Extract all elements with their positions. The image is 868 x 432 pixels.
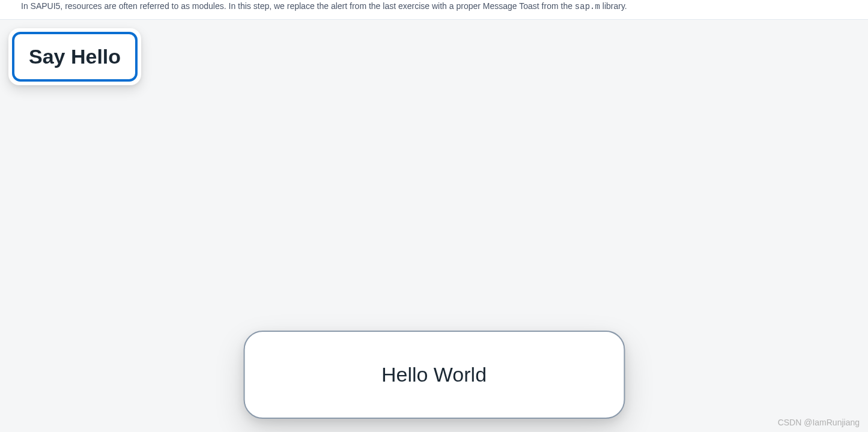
description-code: sap.m	[575, 2, 600, 11]
description-prefix: In SAPUI5, resources are often referred …	[21, 1, 575, 11]
toast-container: Hello World	[243, 331, 625, 419]
message-toast: Hello World	[243, 331, 625, 419]
watermark: CSDN @IamRunjiang	[778, 418, 860, 427]
app-area: Say Hello Hello World	[0, 20, 868, 432]
header-description: In SAPUI5, resources are often referred …	[0, 0, 868, 20]
button-wrapper: Say Hello	[8, 28, 141, 85]
say-hello-button[interactable]: Say Hello	[12, 32, 138, 82]
description-suffix: library.	[600, 1, 627, 11]
